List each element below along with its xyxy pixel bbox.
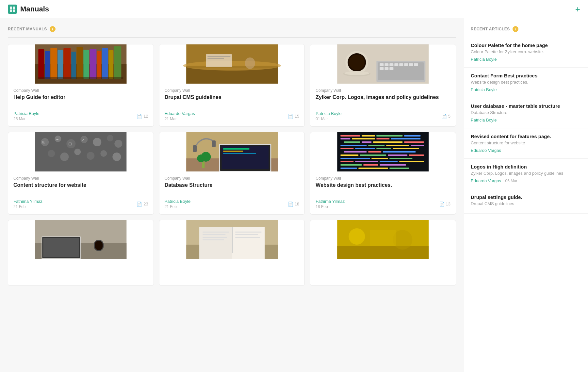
svg-rect-18	[114, 46, 121, 79]
manual-card-6[interactable]: Company Wall Website design best practic…	[310, 132, 456, 215]
svg-rect-17	[108, 50, 113, 79]
svg-rect-38	[414, 63, 418, 66]
main-layout: RECENT MANUALS i	[0, 18, 588, 372]
manual-card-9[interactable]	[310, 220, 456, 286]
manual-card-5[interactable]: Company Wall Database Structure Patricia…	[159, 132, 305, 215]
svg-rect-85	[377, 138, 390, 139]
article-author[interactable]: Patricia Boyle	[471, 118, 497, 122]
svg-rect-11	[71, 52, 76, 79]
svg-rect-33	[390, 63, 394, 66]
svg-rect-34	[395, 63, 399, 66]
card-author-block: Patricia Boyle 01 Mar	[316, 111, 341, 121]
svg-rect-26	[207, 58, 224, 59]
svg-rect-83	[341, 138, 351, 139]
card-image: ⊞ ☁ ⊡ ↗	[8, 132, 154, 171]
card-author[interactable]: Patricia Boyle	[316, 111, 341, 116]
add-manual-button[interactable]: +	[575, 5, 580, 13]
article-title: Logos in High definition	[471, 164, 581, 170]
svg-point-59	[100, 150, 107, 157]
article-subtitle: Zylker Corp. Logos, images and policy gu…	[471, 171, 581, 176]
svg-point-58	[87, 152, 94, 160]
svg-rect-80	[362, 135, 375, 137]
svg-rect-9	[57, 50, 63, 79]
card-author[interactable]: Eduardo Vargas	[165, 111, 195, 116]
info-icon[interactable]: i	[50, 26, 56, 32]
article-author[interactable]: Patricia Boyle	[471, 87, 497, 92]
svg-rect-136	[235, 234, 258, 235]
card-author-block: Eduardo Vargas 21 Mar	[165, 111, 195, 121]
card-image	[159, 132, 305, 171]
svg-rect-39	[380, 67, 384, 70]
article-author[interactable]: Eduardo Vargas	[471, 178, 501, 183]
svg-rect-96	[355, 148, 375, 149]
svg-point-54	[114, 140, 122, 148]
svg-rect-8	[50, 48, 57, 79]
card-body: Company Wall Content structure for websi…	[8, 171, 154, 214]
article-item-1[interactable]: Colour Palette for the home page Colour …	[464, 37, 588, 68]
card-author[interactable]: Patricia Boyle	[165, 199, 190, 204]
recent-manuals-header: RECENT MANUALS i	[8, 26, 456, 32]
articles-list: Colour Palette for the home page Colour …	[464, 37, 588, 214]
svg-rect-86	[391, 138, 421, 139]
svg-rect-102	[341, 154, 359, 156]
count-number: 23	[143, 202, 148, 206]
svg-rect-77	[202, 162, 204, 168]
svg-rect-15	[97, 51, 101, 79]
svg-rect-41	[390, 67, 394, 70]
svg-point-44	[349, 55, 365, 70]
card-count: 📄 15	[288, 114, 299, 119]
manual-card-3[interactable]: Company Wall Zylker Corp. Logos, images …	[310, 44, 456, 127]
card-title: Drupal CMS guidelines	[165, 94, 300, 108]
article-item-6[interactable]: Drupal settings guide. Drupal CMS guidel…	[464, 189, 588, 214]
svg-rect-2	[10, 9, 12, 12]
manual-card-8[interactable]	[159, 220, 305, 286]
card-title: Database Structure	[165, 182, 300, 196]
svg-point-140	[349, 228, 365, 245]
manual-card-7[interactable]	[8, 220, 154, 286]
svg-rect-118	[390, 168, 409, 169]
card-wall: Company Wall	[316, 176, 450, 181]
article-item-5[interactable]: Logos in High definition Zylker Corp. Lo…	[464, 159, 588, 189]
svg-rect-135	[235, 232, 261, 233]
card-date: 18 Feb	[316, 204, 345, 209]
card-body: Company Wall Help Guide for editor Patri…	[8, 84, 154, 126]
article-item-2[interactable]: Contact Form Best practices Website desi…	[464, 68, 588, 98]
sidebar-info-icon[interactable]: i	[513, 26, 518, 32]
svg-rect-108	[390, 158, 413, 159]
article-item-4[interactable]: Revised content for features page. Conte…	[464, 128, 588, 159]
count-number: 15	[295, 114, 299, 119]
manual-card-4[interactable]: ⊞ ☁ ⊡ ↗ Company Wall Content structure f…	[8, 132, 154, 215]
count-number: 12	[143, 114, 148, 119]
manual-card-1[interactable]: Company Wall Help Guide for editor Patri…	[8, 44, 154, 127]
card-author-block: Patricia Boyle 21 Feb	[165, 199, 190, 209]
svg-rect-82	[404, 135, 421, 137]
svg-rect-7	[45, 51, 50, 79]
svg-rect-88	[362, 141, 372, 143]
card-title: Content structure for website	[13, 182, 148, 196]
article-author[interactable]: Patricia Boyle	[471, 57, 497, 62]
article-author[interactable]: Eduardo Vargas	[471, 148, 501, 153]
svg-point-46	[345, 71, 369, 75]
manual-card-2[interactable]: Company Wall Drupal CMS guidelines Eduar…	[159, 44, 305, 127]
card-body-empty	[8, 259, 154, 285]
card-body: Company Wall Website design best practic…	[310, 171, 456, 214]
svg-point-52	[93, 138, 101, 146]
article-date: 06 Mar	[505, 179, 517, 183]
svg-rect-25	[207, 56, 230, 57]
svg-rect-133	[203, 237, 227, 238]
svg-rect-10	[63, 48, 71, 79]
card-image	[159, 220, 305, 259]
card-body: Company Wall Zylker Corp. Logos, images …	[310, 84, 456, 126]
article-subtitle: Colour Palette for Zylker corp. website.	[471, 49, 581, 54]
card-wall: Company Wall	[316, 88, 450, 93]
article-item-3[interactable]: User database - master table structure D…	[464, 98, 588, 128]
card-author[interactable]: Fathima Yilmaz	[316, 199, 345, 204]
svg-rect-19	[38, 77, 123, 79]
app-icon	[8, 5, 17, 14]
svg-rect-1	[13, 7, 15, 9]
card-date: 01 Mar	[316, 117, 341, 121]
card-author[interactable]: Fathima Yilmaz	[13, 199, 42, 204]
card-image	[310, 44, 456, 84]
card-author[interactable]: Patricia Boyle	[13, 111, 39, 116]
doc-icon: 📄	[137, 202, 142, 207]
